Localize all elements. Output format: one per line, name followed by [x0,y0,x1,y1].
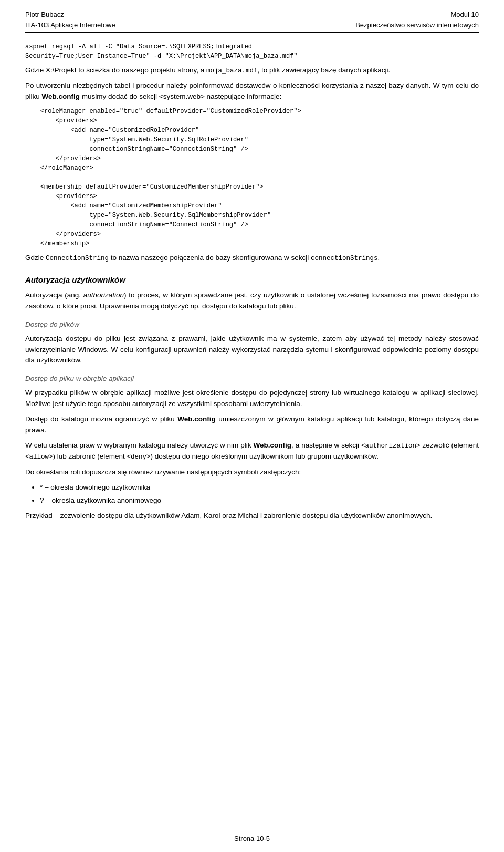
connectionstring-code: ConnectionString [46,255,109,262]
webconfig-bold-2: Web.config [177,415,216,423]
paragraph-8: W celu ustalenia praw w wybranym katalog… [25,440,479,463]
code-block-2: <roleManager enabled="true" defaultProvi… [25,107,479,248]
module-label: Moduł 10 [355,9,479,20]
page: Piotr Bubacz ITA-103 Aplikacje Interneto… [0,0,504,557]
page-footer: Strona 10-5 [0,832,504,843]
page-number: Strona 10-5 [234,835,270,843]
page-header: Piotr Bubacz ITA-103 Aplikacje Interneto… [25,9,479,33]
connectionstrings-code: connectionStrings [311,255,378,262]
para1-code1: moja_baza.mdf [206,67,258,75]
paragraph-9: Do określania roli dopuszcza się również… [25,467,479,478]
paragraph-6: W przypadku plików w obrębie aplikacji m… [25,388,479,410]
paragraph-1: Gdzie X:\Projekt to ścieżka do naszego p… [25,65,479,76]
course-name: ITA-103 Aplikacje Internetowe [25,20,116,30]
symbols-list: * – określa dowolnego użytkownika ? – ok… [40,482,479,506]
authorization-italic: authorization [83,291,124,299]
paragraph-2: Po utworzeniu niezbędnych tabel i proced… [25,80,479,102]
subsection-heading-app: Dostęp do pliku w obrębie aplikacji [25,373,479,385]
allow-code: <allow> [25,453,53,461]
webconfig-bold-1: Web.config [42,92,80,100]
para1-text: Gdzie X:\Projekt to ścieżka do naszego p… [25,66,390,74]
author-name: Piotr Bubacz [25,9,116,20]
paragraph-4: Autoryzacja (ang. authorization) to proc… [25,290,479,312]
authorization-code: <authorization> [361,442,421,450]
paragraph-10: Przykład – zezwolenie dostępu dla użytko… [25,511,479,522]
section-heading-authorization: Autoryzacja użytkowników [25,274,479,286]
header-left: Piotr Bubacz ITA-103 Aplikacje Interneto… [25,9,116,30]
deny-code: <deny> [127,453,151,461]
subsection-heading-files: Dostęp do plików [25,319,479,330]
header-right: Moduł 10 Bezpieczeństwo serwisów interne… [355,9,479,30]
paragraph-3: Gdzie ConnectionString to nazwa naszego … [25,253,479,264]
module-title: Bezpieczeństwo serwisów internetowych [355,20,479,30]
list-item-asterisk: * – określa dowolnego użytkownika [40,482,479,493]
code-block-1: aspnet_regsql -A all -C "Data Source=.\S… [25,42,479,61]
webconfig-bold-3: Web.config [253,441,291,449]
list-item-question: ? – określa użytkownika anonimowego [40,495,479,506]
main-content: aspnet_regsql -A all -C "Data Source=.\S… [25,42,479,521]
paragraph-7: Dostęp do katalogu można ograniczyć w pl… [25,414,479,436]
paragraph-5: Autoryzacja dostępu do pliku jest związa… [25,334,479,367]
